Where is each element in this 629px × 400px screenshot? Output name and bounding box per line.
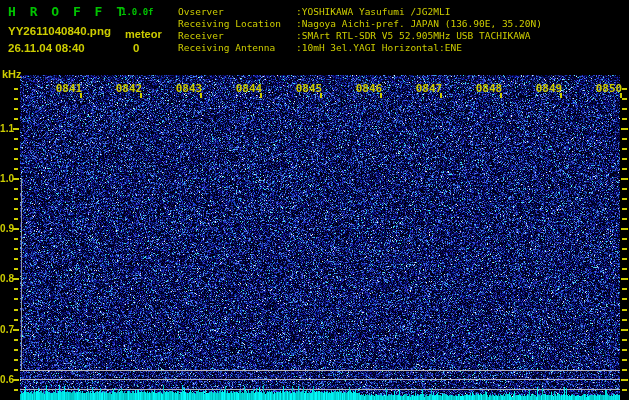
x-tick-label: 0844 — [234, 82, 264, 95]
info-row-location: Receiving Location:Nagoya Aichi-pref. JA… — [178, 18, 542, 30]
info-value: :SMArt RTL-SDR V5 52.905MHz USB TACHIKAW… — [296, 30, 531, 41]
x-tick-label: 0849 — [534, 82, 564, 95]
x-tick-label: 0843 — [174, 82, 204, 95]
info-label: Ovserver — [178, 6, 296, 18]
x-tick-label: 0847 — [414, 82, 444, 95]
app-version: 1.0.0f — [121, 7, 154, 17]
meteor-count: 0 — [133, 42, 139, 54]
y-tick-label: 0.8 — [0, 273, 14, 284]
x-tick-label: 0846 — [354, 82, 384, 95]
app-title: H R O F F T — [8, 4, 127, 19]
y-tick-label: 0.6 — [0, 374, 14, 385]
info-row-observer: Ovserver:YOSHIKAWA Yasufumi /JG2MLI — [178, 6, 542, 18]
info-value: :Nagoya Aichi-pref. JAPAN (136.90E, 35.2… — [296, 18, 542, 29]
x-tick-label: 0848 — [474, 82, 504, 95]
y-tick-label: 0.9 — [0, 223, 14, 234]
info-value: :10mH 3el.YAGI Horizontal:ENE — [296, 42, 462, 53]
info-row-antenna: Receiving Antenna:10mH 3el.YAGI Horizont… — [178, 42, 542, 54]
mode-label: meteor — [125, 28, 162, 40]
datetime-label: 26.11.04 08:40 — [8, 42, 85, 54]
info-row-receiver: Receiver:SMArt RTL-SDR V5 52.905MHz USB … — [178, 30, 542, 42]
info-label: Receiving Location — [178, 18, 296, 30]
output-filename: YY2611040840.png — [8, 25, 111, 37]
hrofft-window: H R O F F T 1.0.0f YY2611040840.png mete… — [0, 0, 629, 400]
y-tick-label: 1.0 — [0, 173, 14, 184]
spectrogram-canvas — [0, 0, 629, 400]
info-label: Receiver — [178, 30, 296, 42]
info-value: :YOSHIKAWA Yasufumi /JG2MLI — [296, 6, 450, 17]
y-axis-unit: kHz — [2, 68, 22, 80]
y-tick-label: 0.7 — [0, 324, 14, 335]
x-tick-label: 0845 — [294, 82, 324, 95]
x-tick-label: 0841 — [54, 82, 84, 95]
info-label: Receiving Antenna — [178, 42, 296, 54]
x-tick-label: 0850 — [594, 82, 624, 95]
y-tick-label: 1.1 — [0, 123, 14, 134]
observer-info-block: Ovserver:YOSHIKAWA Yasufumi /JG2MLI Rece… — [178, 6, 542, 54]
x-tick-label: 0842 — [114, 82, 144, 95]
